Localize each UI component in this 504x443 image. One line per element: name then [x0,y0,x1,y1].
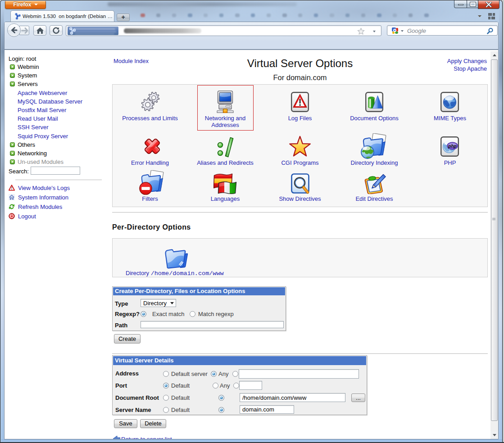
svg-text:php: php [448,144,456,149]
